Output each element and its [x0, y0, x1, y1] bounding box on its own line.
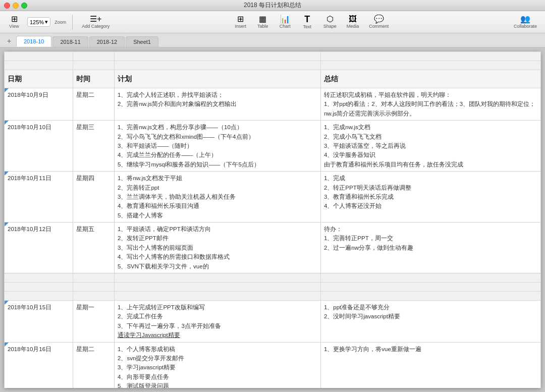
table-row: 2018年10月10日 星期三 1、完善nw.js文档，构思分享步骤——（10点… [5, 121, 541, 172]
triangle-3 [5, 172, 9, 176]
cell-plan-3: 1、将nw.js文档发于平姐 2、完善转正ppt 3、兰兰调体半天，协助关注机器… [115, 172, 321, 222]
chart-label: Chart [280, 24, 291, 29]
tab-2018-12[interactable]: 2018-12 [89, 36, 125, 47]
spacer-row-mid-2 [5, 283, 541, 292]
insert-icon: ⊞ [237, 15, 244, 23]
add-category-icon: ☰+ [90, 15, 101, 23]
cell-weekday-6: 星期二 [73, 342, 115, 388]
cell-summary-2: 1、完成nw.js文档 2、完成小鸟飞飞文档 3、平姐谈话落空，等之后再说 4、… [320, 121, 540, 172]
maximize-button[interactable] [21, 3, 27, 9]
comment-icon: 💬 [374, 15, 384, 23]
cell-date-4: 2018年10月12日 [5, 222, 73, 273]
add-sheet-button[interactable]: + [4, 36, 14, 46]
collaborate-button[interactable]: 👥 Collaborate [511, 14, 540, 30]
spacer-row-top-2 [5, 61, 541, 70]
zoom-value: 125% [30, 19, 44, 25]
cell-weekday-5: 星期一 [73, 301, 115, 343]
collaborate-icon: 👥 [520, 15, 530, 23]
text-label: Text [303, 24, 312, 29]
triangle-1 [5, 88, 9, 92]
window-title: 2018 每日计划和总结 [244, 1, 301, 10]
tab-2018-11[interactable]: 2018-11 [52, 36, 88, 47]
comment-button[interactable]: 💬 Comment [366, 14, 392, 30]
cell-weekday-3: 星期四 [73, 172, 115, 222]
zoom-label: Zoom [54, 20, 66, 25]
comment-label: Comment [369, 24, 389, 29]
table-header-row: 日期 时间 计划 总结 [5, 70, 541, 88]
zoom-control[interactable]: 125% ▾ [27, 17, 50, 27]
cell-weekday-2: 星期三 [73, 121, 115, 172]
view-icon: ⊞ [11, 15, 18, 23]
cell-plan-6: 1、个人博客形成初稿 2、svn提交分享开发邮件 3、学习javascript精… [115, 342, 321, 388]
media-button[interactable]: 🖼 Media [344, 14, 362, 30]
triangle-6 [5, 343, 9, 347]
toolbar: ⊞ View 125% ▾ Zoom ☰+ Add Category ⊞ Ins… [0, 11, 545, 33]
text-button[interactable]: T Text [298, 14, 316, 30]
cell-date-1: 2018年10月9日 [5, 88, 73, 121]
view-button[interactable]: ⊞ View [5, 14, 23, 30]
spreadsheet[interactable]: 日期 时间 计划 总结 2018年10月9日 星期二 1、完成个人转正述职，并找… [4, 51, 541, 388]
insert-button[interactable]: ⊞ Insert [232, 14, 250, 30]
cell-plan-4: 1、平姐谈话，确定PPT和谈话方向 2、发转正PPT邮件 3、写出个人博客的前端… [115, 222, 321, 273]
cell-summary-6: 1、更换学习方向，将vue重新做一遍 [320, 342, 540, 388]
table-row: 2018年10月12日 星期五 1、平姐谈话，确定PPT和谈话方向 2、发转正P… [5, 222, 541, 273]
table-icon: ▦ [259, 15, 266, 23]
data-table: 日期 时间 计划 总结 2018年10月9日 星期二 1、完成个人转正述职，并找… [4, 51, 541, 388]
cell-summary-3: 1、完成 2、转正PPT明天谈话后再做调整 3、教育通和福州长乐完成 4、个人博… [320, 172, 540, 222]
main-area: 日期 时间 计划 总结 2018年10月9日 星期二 1、完成个人转正述职，并找… [0, 47, 545, 392]
cell-date-2: 2018年10月10日 [5, 121, 73, 172]
spacer-row-top-1 [5, 52, 541, 61]
media-label: Media [347, 24, 359, 29]
cell-weekday-1: 星期二 [73, 88, 115, 121]
title-bar: 2018 每日计划和总结 [0, 0, 545, 11]
triangle-4 [5, 222, 9, 227]
chart-icon: 📊 [280, 15, 290, 23]
chart-button[interactable]: 📊 Chart [276, 14, 294, 30]
table-row: 2018年10月15日 星期一 1、上午完成转正PPT改版和编写2、完成工作任务… [5, 301, 541, 343]
table-row: 2018年10月9日 星期二 1、完成个人转正述职，并找平姐谈话； 2、完善nw… [5, 88, 541, 121]
table-label: Table [257, 24, 268, 29]
table-button[interactable]: ▦ Table [254, 14, 272, 30]
spacer-row-mid-1 [5, 273, 541, 283]
zoom-chevron-icon: ▾ [45, 19, 48, 25]
shape-button[interactable]: ⬡ Shape [320, 14, 340, 30]
close-button[interactable] [4, 3, 10, 9]
cell-date-3: 2018年10月11日 [5, 172, 73, 222]
shape-icon: ⬡ [326, 15, 334, 23]
header-summary: 总结 [320, 70, 540, 88]
media-icon: 🖼 [349, 15, 357, 23]
sheet-tabs: + 2018-10 2018-11 2018-12 Sheet1 [0, 33, 545, 47]
table-row: 2018年10月11日 星期四 1、将nw.js文档发于平姐 2、完善转正ppt… [5, 172, 541, 222]
add-category-button[interactable]: ☰+ Add Category [79, 14, 113, 30]
text-icon: T [304, 15, 310, 24]
add-category-label: Add Category [82, 24, 110, 29]
cell-summary-4: 待办： 1、完善转正PPT，周一交 2、过一遍nw分享，做到生动有趣 [320, 222, 540, 273]
insert-label: Insert [235, 24, 247, 29]
triangle-2 [5, 121, 9, 125]
view-label: View [9, 24, 19, 29]
cell-summary-1: 转正述职完成初稿，平姐在软件园，明天约聊： 1、对ppt的看法；2、对本人这段时… [320, 88, 540, 121]
tab-2018-10[interactable]: 2018-10 [16, 36, 51, 47]
triangle-5 [5, 301, 9, 305]
cell-date-6: 2018年10月16日 [5, 342, 73, 388]
cell-plan-5: 1、上午完成转正PPT改版和编写2、完成工作任务3、下午再过一遍分享，3点半开始… [115, 301, 321, 343]
header-weekday: 时间 [73, 70, 115, 88]
separator-1 [72, 15, 73, 30]
spacer-row-mid-3 [5, 292, 541, 301]
tab-sheet1[interactable]: Sheet1 [126, 36, 158, 47]
traffic-lights [4, 3, 27, 9]
minimize-button[interactable] [13, 3, 19, 9]
cell-summary-5: 1、ppt准备还是不够充分 2、没时间学习javascript精要 [320, 301, 540, 343]
table-row: 2018年10月16日 星期二 1、个人博客形成初稿 2、svn提交分享开发邮件… [5, 342, 541, 388]
cell-weekday-4: 星期五 [73, 222, 115, 273]
header-date: 日期 [5, 70, 73, 88]
cell-date-5: 2018年10月15日 [5, 301, 73, 343]
cell-plan-1: 1、完成个人转正述职，并找平姐谈话； 2、完善nw.js简介和面向对象编程的文档… [115, 88, 321, 121]
shape-label: Shape [323, 24, 337, 29]
cell-plan-2: 1、完善nw.js文档，构思分享步骤——（10点） 2、写小鸟飞飞的文档和xmi… [115, 121, 321, 172]
collaborate-label: Collaborate [514, 24, 537, 29]
header-plan: 计划 [115, 70, 321, 88]
